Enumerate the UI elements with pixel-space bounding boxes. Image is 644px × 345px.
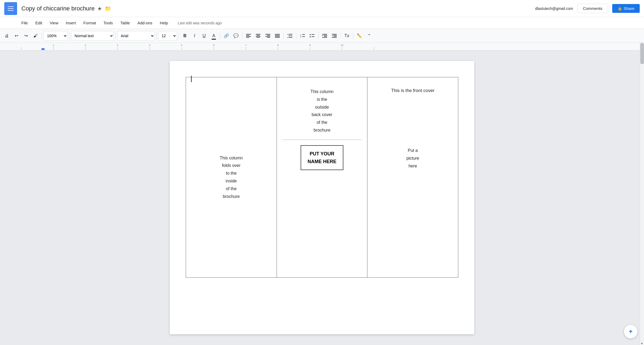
top-bar: Copy of chiccarine brochure ★ 📁 dlastute… <box>0 0 644 17</box>
menu-view[interactable]: View <box>46 19 61 27</box>
paint-format-button[interactable]: 🖌 <box>31 31 40 40</box>
undo-button[interactable]: ↩ <box>12 31 21 40</box>
svg-text:4: 4 <box>149 44 150 47</box>
redo-button[interactable]: ↪ <box>21 31 30 40</box>
paper[interactable]: This columnfolds overto theinsideof theb… <box>170 61 474 334</box>
svg-rect-5 <box>257 35 260 36</box>
svg-rect-16 <box>289 34 292 34</box>
doc-title[interactable]: Copy of chiccarine brochure <box>21 5 95 12</box>
col3-front-text: This is the front cover <box>391 88 434 93</box>
svg-text:9: 9 <box>309 44 311 47</box>
svg-rect-1 <box>246 35 249 36</box>
svg-rect-4 <box>256 34 261 34</box>
print-button[interactable]: 🖨 <box>2 31 11 40</box>
col2-name-box-area[interactable]: PUT YOUR NAME HERE <box>277 140 367 176</box>
bullet-list-button[interactable] <box>308 31 317 40</box>
user-email[interactable]: dlastutech@gmail.com <box>535 6 573 11</box>
svg-rect-30 <box>324 35 327 36</box>
separator-11 <box>340 33 341 39</box>
col2-upper: This columnis theoutsideback coverof the… <box>277 77 367 140</box>
font-color-button[interactable]: A <box>209 31 218 40</box>
svg-rect-32 <box>322 37 327 38</box>
svg-rect-35 <box>333 35 337 36</box>
zoom-select[interactable]: 100% <box>44 31 68 41</box>
svg-rect-0 <box>246 34 251 34</box>
svg-text:5: 5 <box>181 44 182 47</box>
scroll-down-arrow[interactable]: ▼ <box>640 342 644 345</box>
separator-12 <box>353 33 353 39</box>
ai-assistant-button[interactable]: ✦ <box>624 325 638 339</box>
menu-edit[interactable]: Edit <box>32 19 45 27</box>
top-right-area: dlastutech@gmail.com Comments 🔒 Share <box>535 4 640 13</box>
italic-button[interactable]: I <box>190 31 199 40</box>
document-area[interactable]: This columnfolds overto theinsideof theb… <box>0 50 644 345</box>
star-icon[interactable]: ★ <box>97 5 102 12</box>
ruler: 1 2 3 4 5 6 7 8 9 10 <box>0 43 644 50</box>
name-line1: PUT YOUR <box>310 151 335 156</box>
svg-text:8: 8 <box>277 44 278 47</box>
folder-icon[interactable]: 📁 <box>105 5 111 12</box>
scrollbar[interactable]: ▲ ▼ <box>640 43 644 345</box>
menu-file[interactable]: File <box>18 19 31 27</box>
toolbar-collapse-button[interactable]: ⌃ <box>364 31 374 40</box>
last-edit-status: Last edit was seconds ago <box>178 21 222 25</box>
col1-cell[interactable]: This columnfolds overto theinsideof theb… <box>186 77 277 278</box>
doc-title-area: Copy of chiccarine brochure ★ 📁 <box>17 5 535 12</box>
scrollbar-thumb[interactable] <box>640 43 644 64</box>
font-select[interactable]: Arial <box>117 31 155 41</box>
brochure-table[interactable]: This columnfolds overto theinsideof theb… <box>186 77 458 278</box>
comments-button[interactable]: Comments <box>577 4 608 13</box>
svg-rect-9 <box>267 35 270 36</box>
svg-rect-6 <box>256 36 261 37</box>
lock-icon: 🔒 <box>618 6 622 11</box>
separator-5 <box>179 33 179 39</box>
svg-text:1: 1 <box>53 44 54 47</box>
svg-rect-15 <box>275 37 280 38</box>
clear-formatting-button[interactable]: Tx <box>342 31 351 40</box>
increase-indent-button[interactable] <box>330 31 339 40</box>
name-box[interactable]: PUT YOUR NAME HERE <box>301 145 343 170</box>
separator-2 <box>69 33 69 39</box>
svg-rect-31 <box>324 36 327 37</box>
svg-rect-37 <box>332 37 337 38</box>
bold-button[interactable]: B <box>180 31 189 40</box>
svg-marker-38 <box>332 35 333 36</box>
align-right-button[interactable] <box>263 31 272 40</box>
underline-button[interactable]: U <box>200 31 209 40</box>
decrease-indent-button[interactable] <box>320 31 329 40</box>
svg-rect-14 <box>275 36 280 37</box>
line-spacing-button[interactable] <box>285 31 294 40</box>
pen-tool-button[interactable]: ✏️ <box>355 31 364 40</box>
font-size-select[interactable]: 12 <box>158 31 177 41</box>
svg-rect-28 <box>312 36 315 37</box>
separator-7 <box>242 33 242 39</box>
col3-picture-text: Put apicturehere <box>406 148 419 168</box>
app-menu-button[interactable] <box>4 2 17 15</box>
svg-rect-10 <box>265 36 270 37</box>
align-left-button[interactable] <box>244 31 253 40</box>
svg-rect-26 <box>312 34 315 35</box>
svg-marker-19 <box>288 34 288 35</box>
col3-cell[interactable]: This is the front cover Put apicturehere <box>367 77 458 278</box>
toolbar: 🖨 ↩ ↪ 🖌 100% Normal text Arial 12 B I U … <box>0 29 644 43</box>
svg-text:3: 3 <box>117 44 118 47</box>
insert-comment-button[interactable]: 💬 <box>231 31 240 40</box>
menu-format[interactable]: Format <box>80 19 99 27</box>
svg-rect-39 <box>0 43 644 50</box>
numbered-list-button[interactable]: 1.2. <box>298 31 307 40</box>
menu-help[interactable]: Help <box>157 19 171 27</box>
insert-link-button[interactable]: 🔗 <box>222 31 231 40</box>
svg-rect-7 <box>257 37 260 38</box>
menu-insert[interactable]: Insert <box>63 19 79 27</box>
align-justify-button[interactable] <box>273 31 282 40</box>
svg-point-25 <box>310 34 311 35</box>
paragraph-style-select[interactable]: Normal text <box>71 31 114 41</box>
share-button[interactable]: 🔒 Share <box>612 4 640 13</box>
menu-tools[interactable]: Tools <box>100 19 116 27</box>
align-center-button[interactable] <box>254 31 263 40</box>
menu-addons[interactable]: Add-ons <box>134 19 156 27</box>
svg-rect-2 <box>246 36 251 37</box>
col2-cell[interactable]: This columnis theoutsideback coverof the… <box>277 77 367 278</box>
separator-1 <box>42 33 42 39</box>
menu-table[interactable]: Table <box>117 19 133 27</box>
